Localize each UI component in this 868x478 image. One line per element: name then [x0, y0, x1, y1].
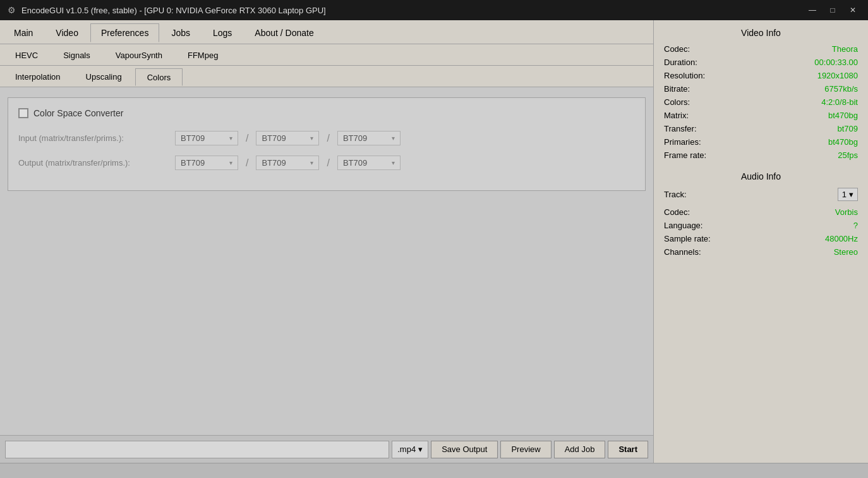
- track-select-arrow-icon: ▾: [849, 190, 853, 199]
- format-select-value: .mp4: [397, 444, 416, 454]
- video-primaries-value: bt470bg: [828, 137, 858, 147]
- subtab-bar-1: HEVC Signals VapourSynth FFMpeg: [0, 44, 653, 66]
- close-button[interactable]: ✕: [844, 4, 862, 16]
- video-framerate-row: Frame rate: 25fps: [664, 150, 858, 160]
- video-bitrate-key: Bitrate:: [664, 84, 690, 94]
- input-transfer-select[interactable]: BT709 ▾: [256, 131, 319, 145]
- output-matrix-value: BT709: [181, 158, 226, 168]
- audio-channels-value: Stereo: [834, 247, 858, 257]
- input-matrix-value: BT709: [181, 133, 226, 143]
- audio-samplerate-key: Sample rate:: [664, 234, 711, 243]
- video-framerate-key: Frame rate:: [664, 150, 706, 160]
- video-codec-key: Codec:: [664, 44, 690, 54]
- video-bitrate-value: 6757kb/s: [824, 84, 858, 94]
- subtab-upscaling[interactable]: Upscaling: [74, 68, 134, 86]
- video-duration-row: Duration: 00:00:33.00: [664, 58, 858, 67]
- output-transfer-select[interactable]: BT709 ▾: [256, 156, 319, 170]
- audio-track-row: Track: 1 ▾: [664, 188, 858, 201]
- input-matrix-row: Input (matrix/transfer/prims.): BT709 ▾ …: [18, 131, 635, 145]
- output-prims-arrow-icon: ▾: [392, 159, 395, 166]
- right-panel: Video Info Codec: Theora Duration: 00:00…: [653, 20, 868, 463]
- audio-codec-key: Codec:: [664, 207, 690, 217]
- video-resolution-row: Resolution: 1920x1080: [664, 71, 858, 80]
- menu-main[interactable]: Main: [3, 23, 44, 42]
- add-job-button[interactable]: Add Job: [554, 441, 606, 458]
- menu-bar: Main Video Preferences Jobs Logs About /…: [0, 20, 653, 44]
- converter-panel: Color Space Converter Input (matrix/tran…: [8, 97, 646, 191]
- separator-3: /: [246, 157, 248, 169]
- video-info-title: Video Info: [664, 28, 858, 38]
- checkbox-row: Color Space Converter: [18, 108, 635, 118]
- title-bar: ⚙ EncodeGUI v1.0.5 (free, stable) - [GPU…: [0, 0, 868, 20]
- track-select[interactable]: 1 ▾: [838, 188, 858, 201]
- save-output-button[interactable]: Save Output: [431, 441, 498, 458]
- input-label: Input (matrix/transfer/prims.):: [18, 133, 170, 143]
- menu-video[interactable]: Video: [45, 23, 89, 42]
- output-transfer-value: BT709: [262, 158, 306, 168]
- format-select[interactable]: .mp4 ▾: [392, 441, 428, 458]
- subtab-hevc[interactable]: HEVC: [3, 47, 50, 64]
- video-colors-value: 4:2:0/8-bit: [821, 97, 858, 107]
- output-transfer-arrow-icon: ▾: [310, 159, 313, 166]
- start-button[interactable]: Start: [608, 441, 648, 458]
- window-controls: — □ ✕: [804, 4, 862, 16]
- input-transfer-value: BT709: [262, 133, 306, 143]
- output-matrix-select[interactable]: BT709 ▾: [175, 156, 238, 170]
- video-duration-key: Duration:: [664, 58, 697, 67]
- output-label: Output (matrix/transfer/prims.):: [18, 158, 170, 168]
- checkbox-label: Color Space Converter: [33, 108, 123, 118]
- audio-channels-key: Channels:: [664, 247, 701, 257]
- audio-language-row: Language: ?: [664, 221, 858, 230]
- audio-codec-value: Vorbis: [835, 207, 858, 217]
- window-title: EncodeGUI v1.0.5 (free, stable) - [GPU 0…: [21, 6, 326, 15]
- video-duration-value: 00:00:33.00: [814, 58, 858, 67]
- minimize-button[interactable]: —: [804, 4, 821, 16]
- input-matrix-arrow-icon: ▾: [229, 135, 232, 142]
- bottom-bar: .mp4 ▾ Save Output Preview Add Job Start: [0, 435, 653, 463]
- preview-button[interactable]: Preview: [500, 441, 551, 458]
- input-transfer-arrow-icon: ▾: [310, 135, 313, 142]
- menu-jobs[interactable]: Jobs: [160, 23, 201, 42]
- video-primaries-key: Primaries:: [664, 137, 701, 147]
- video-primaries-row: Primaries: bt470bg: [664, 137, 858, 147]
- audio-codec-row: Codec: Vorbis: [664, 207, 858, 217]
- audio-info-title: Audio Info: [664, 171, 858, 181]
- video-codec-value: Theora: [832, 44, 858, 54]
- subtab-ffmpeg[interactable]: FFMpeg: [176, 47, 230, 64]
- color-space-converter-checkbox[interactable]: [18, 108, 28, 118]
- output-prims-value: BT709: [343, 158, 388, 168]
- audio-samplerate-row: Sample rate: 48000Hz: [664, 234, 858, 243]
- video-codec-row: Codec: Theora: [664, 44, 858, 54]
- output-path-input[interactable]: [5, 441, 389, 458]
- track-select-value: 1: [842, 190, 847, 199]
- menu-logs[interactable]: Logs: [202, 23, 243, 42]
- subtab-bar-2: Interpolation Upscaling Colors: [0, 66, 653, 87]
- input-prims-arrow-icon: ▾: [392, 135, 395, 142]
- audio-language-key: Language:: [664, 221, 702, 230]
- menu-preferences[interactable]: Preferences: [90, 23, 159, 42]
- main-content: Color Space Converter Input (matrix/tran…: [0, 87, 653, 435]
- input-prims-select[interactable]: BT709 ▾: [337, 131, 401, 145]
- format-select-arrow-icon: ▾: [418, 444, 423, 454]
- video-resolution-value: 1920x1080: [817, 71, 858, 80]
- video-bitrate-row: Bitrate: 6757kb/s: [664, 84, 858, 94]
- status-bar: [0, 463, 868, 478]
- subtab-signals[interactable]: Signals: [51, 47, 102, 64]
- subtab-colors[interactable]: Colors: [135, 68, 183, 86]
- input-matrix-select[interactable]: BT709 ▾: [175, 131, 238, 145]
- info-divider: [664, 164, 858, 171]
- maximize-button[interactable]: □: [824, 4, 841, 16]
- input-prims-value: BT709: [343, 133, 388, 143]
- left-panel: Main Video Preferences Jobs Logs About /…: [0, 20, 653, 463]
- app-icon: ⚙: [6, 5, 16, 15]
- menu-about-donate[interactable]: About / Donate: [244, 23, 324, 42]
- output-prims-select[interactable]: BT709 ▾: [337, 156, 401, 170]
- separator-1: /: [246, 133, 248, 144]
- video-framerate-value: 25fps: [838, 150, 858, 160]
- video-colors-key: Colors:: [664, 97, 690, 107]
- subtab-vapoursynth[interactable]: VapourSynth: [104, 47, 174, 64]
- subtab-interpolation[interactable]: Interpolation: [3, 68, 73, 86]
- video-transfer-value: bt709: [837, 124, 858, 133]
- output-matrix-arrow-icon: ▾: [229, 159, 232, 166]
- audio-samplerate-value: 48000Hz: [825, 234, 858, 243]
